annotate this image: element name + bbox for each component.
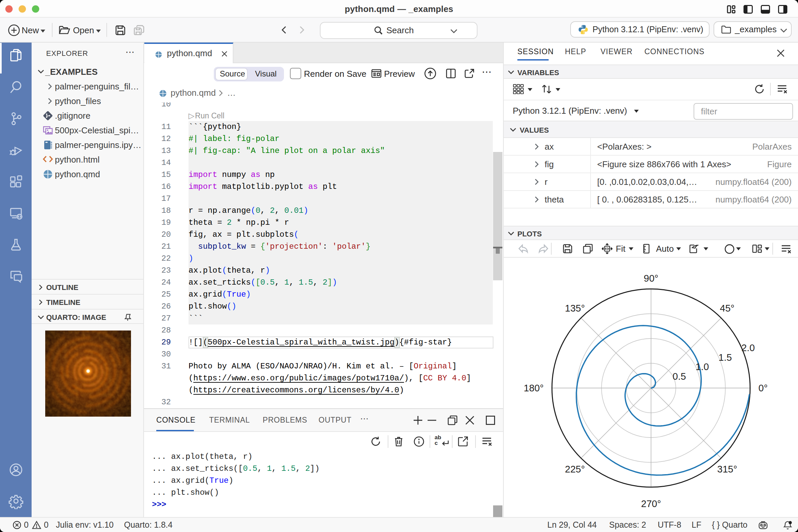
- svg-text:1.5: 1.5: [719, 352, 732, 363]
- svg-text:270°: 270°: [641, 498, 661, 509]
- svg-text:90°: 90°: [644, 273, 658, 284]
- svg-text:2.0: 2.0: [741, 342, 755, 353]
- svg-text:1.0: 1.0: [696, 361, 709, 372]
- svg-text:225°: 225°: [565, 464, 585, 474]
- svg-text:315°: 315°: [717, 464, 737, 474]
- svg-text:0.5: 0.5: [673, 371, 686, 382]
- svg-text:180°: 180°: [524, 383, 544, 393]
- svg-text:135°: 135°: [565, 303, 585, 314]
- svg-text:45°: 45°: [720, 303, 735, 314]
- svg-text:0°: 0°: [758, 383, 768, 393]
